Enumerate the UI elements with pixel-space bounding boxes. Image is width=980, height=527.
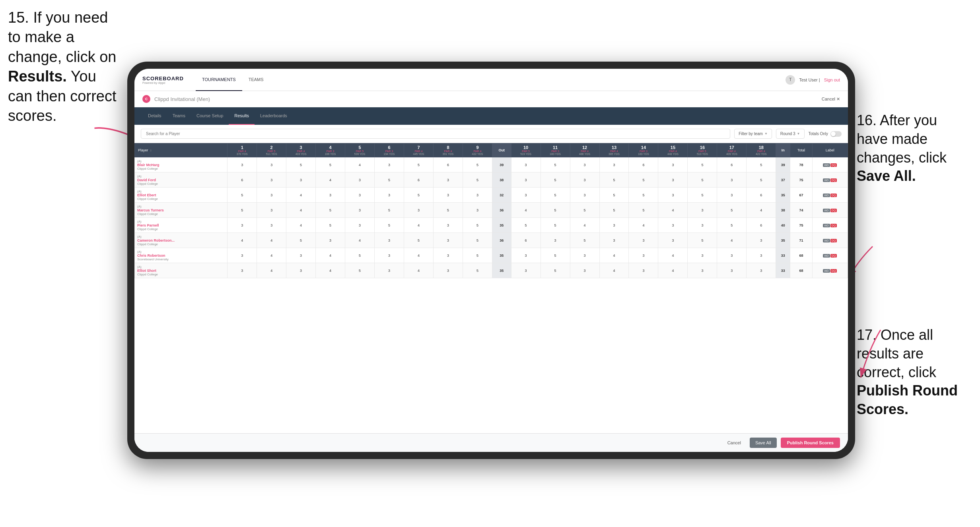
score-label[interactable]: WDDQ: [812, 263, 848, 278]
score-h17[interactable]: 6: [717, 157, 747, 172]
score-h5[interactable]: 3: [345, 188, 375, 203]
score-h7[interactable]: 3: [404, 203, 434, 218]
score-h4[interactable]: 4: [316, 263, 345, 278]
score-h11[interactable]: 5: [541, 172, 570, 188]
score-h18[interactable]: 6: [747, 218, 776, 233]
score-h10[interactable]: 3: [511, 263, 541, 278]
score-h12[interactable]: 3: [570, 188, 599, 203]
score-h14[interactable]: 6: [629, 157, 658, 172]
score-h18[interactable]: 5: [747, 157, 776, 172]
score-h12[interactable]: 3: [570, 157, 599, 172]
score-h12[interactable]: 3: [570, 248, 599, 263]
score-h14[interactable]: 3: [629, 263, 658, 278]
score-h5[interactable]: 5: [345, 248, 375, 263]
tab-course-setup[interactable]: Course Setup: [191, 107, 229, 125]
score-h2[interactable]: 3: [257, 157, 286, 172]
score-label[interactable]: WDDQ: [812, 203, 848, 218]
score-h3[interactable]: 4: [286, 218, 316, 233]
publish-round-button[interactable]: Publish Round Scores: [781, 438, 840, 448]
score-h1[interactable]: 5: [228, 203, 257, 218]
score-h6[interactable]: 3: [375, 263, 404, 278]
filter-by-team-btn[interactable]: Filter by team ▼: [734, 129, 772, 139]
score-h6[interactable]: 3: [375, 188, 404, 203]
nav-tournaments[interactable]: TOURNAMENTS: [196, 69, 242, 91]
score-h18[interactable]: 3: [747, 248, 776, 263]
score-h9[interactable]: 5: [463, 157, 492, 172]
score-h5[interactable]: 3: [345, 218, 375, 233]
score-h8[interactable]: 3: [433, 263, 463, 278]
score-h3[interactable]: 4: [286, 203, 316, 218]
score-h16[interactable]: 5: [688, 172, 717, 188]
score-h14[interactable]: 5: [629, 172, 658, 188]
score-h2[interactable]: 3: [257, 218, 286, 233]
score-h15[interactable]: 3: [658, 157, 688, 172]
score-h3[interactable]: 5: [286, 233, 316, 248]
score-h9[interactable]: 5: [463, 172, 492, 188]
score-h13[interactable]: 3: [599, 157, 629, 172]
score-h10[interactable]: 5: [511, 218, 541, 233]
score-h4[interactable]: 3: [316, 233, 345, 248]
score-h9[interactable]: 3: [463, 203, 492, 218]
dq-badge[interactable]: DQ: [830, 194, 837, 197]
dq-badge[interactable]: DQ: [830, 163, 837, 167]
score-h12[interactable]: 5: [570, 203, 599, 218]
score-h15[interactable]: 4: [658, 263, 688, 278]
score-h15[interactable]: 3: [658, 233, 688, 248]
score-h5[interactable]: 3: [345, 172, 375, 188]
score-label[interactable]: WDDQ: [812, 157, 848, 172]
score-h11[interactable]: 5: [541, 203, 570, 218]
score-h9[interactable]: 5: [463, 218, 492, 233]
score-h13[interactable]: 3: [599, 218, 629, 233]
score-h8[interactable]: 3: [433, 248, 463, 263]
wd-badge[interactable]: WD: [823, 254, 830, 258]
score-h1[interactable]: 3: [228, 218, 257, 233]
score-h12[interactable]: 3: [570, 172, 599, 188]
score-h4[interactable]: 4: [316, 172, 345, 188]
score-h17[interactable]: 3: [717, 188, 747, 203]
score-h10[interactable]: 3: [511, 157, 541, 172]
score-h15[interactable]: 3: [658, 172, 688, 188]
score-h8[interactable]: 3: [433, 218, 463, 233]
score-h2[interactable]: 4: [257, 233, 286, 248]
score-h11[interactable]: 3: [541, 233, 570, 248]
score-h1[interactable]: 5: [228, 188, 257, 203]
wd-badge[interactable]: WD: [823, 163, 830, 167]
dq-badge[interactable]: DQ: [830, 224, 837, 227]
score-h3[interactable]: 3: [286, 172, 316, 188]
score-h14[interactable]: 3: [629, 248, 658, 263]
cancel-tournament-btn[interactable]: Cancel ✕: [822, 97, 840, 102]
score-label[interactable]: WDDQ: [812, 218, 848, 233]
score-h16[interactable]: 3: [688, 218, 717, 233]
score-h1[interactable]: 3: [228, 248, 257, 263]
score-h18[interactable]: 6: [747, 188, 776, 203]
tab-details[interactable]: Details: [142, 107, 167, 125]
score-h5[interactable]: 4: [345, 157, 375, 172]
score-h16[interactable]: 5: [688, 188, 717, 203]
score-h17[interactable]: 4: [717, 233, 747, 248]
score-label[interactable]: WDDQ: [812, 188, 848, 203]
dq-badge[interactable]: DQ: [830, 269, 837, 273]
score-h15[interactable]: 3: [658, 188, 688, 203]
score-h18[interactable]: 3: [747, 233, 776, 248]
score-h16[interactable]: 3: [688, 263, 717, 278]
tab-results[interactable]: Results: [229, 107, 255, 125]
score-h12[interactable]: 3: [570, 263, 599, 278]
score-h13[interactable]: 5: [599, 188, 629, 203]
score-h13[interactable]: 4: [599, 248, 629, 263]
score-h17[interactable]: 3: [717, 263, 747, 278]
score-h1[interactable]: 6: [228, 172, 257, 188]
score-h2[interactable]: 3: [257, 203, 286, 218]
dq-badge[interactable]: DQ: [830, 178, 837, 182]
score-h11[interactable]: 5: [541, 218, 570, 233]
score-h10[interactable]: 6: [511, 233, 541, 248]
dq-badge[interactable]: DQ: [830, 209, 837, 212]
score-h10[interactable]: 3: [511, 172, 541, 188]
wd-badge[interactable]: WD: [823, 194, 830, 197]
score-h4[interactable]: 4: [316, 248, 345, 263]
score-h7[interactable]: 4: [404, 263, 434, 278]
score-h8[interactable]: 3: [433, 233, 463, 248]
score-h6[interactable]: 5: [375, 203, 404, 218]
score-h9[interactable]: 5: [463, 263, 492, 278]
score-h13[interactable]: 4: [599, 263, 629, 278]
score-h13[interactable]: 3: [599, 233, 629, 248]
